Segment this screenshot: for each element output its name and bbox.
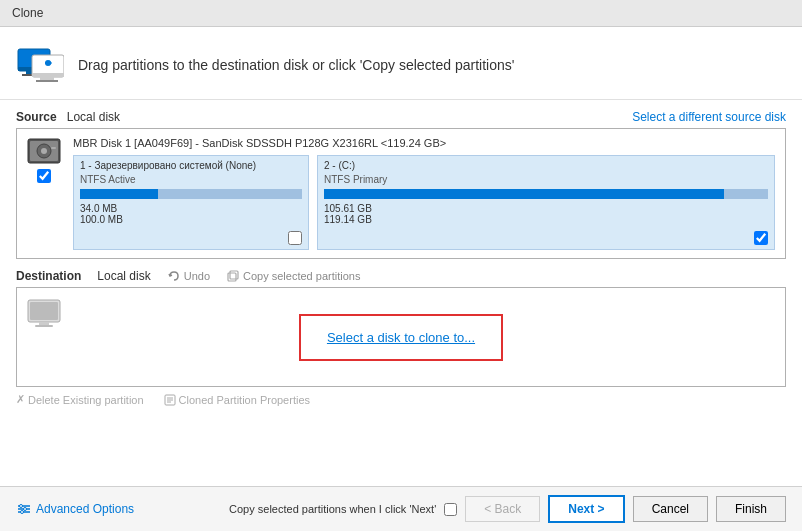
svg-point-12 [41,148,47,154]
svg-point-27 [20,505,23,508]
partition-1-type: NTFS Active [80,174,302,185]
svg-rect-15 [230,271,238,279]
dest-disk-box: Select a disk to clone to... [16,287,786,387]
title-label: Clone [12,6,43,20]
finish-button[interactable]: Finish [716,496,786,522]
source-checkbox[interactable] [37,169,51,183]
copy-next-label: Copy selected partitions when I click 'N… [229,503,457,516]
partition-2-sizes: 105.61 GB 119.14 GB [324,203,768,225]
partition-1-bar-bg [80,189,302,199]
svg-rect-7 [36,80,58,82]
back-button[interactable]: < Back [465,496,540,522]
disk-header: MBR Disk 1 [AA049F69] - SanDisk SDSSDH P… [73,137,775,149]
partition-2-bar-fill [324,189,724,199]
dest-label: Destination [16,269,81,283]
header-text: Drag partitions to the destination disk … [78,57,514,73]
dest-header: Destination Local disk Undo Copy selecte… [16,269,786,283]
source-sublabel: Local disk [67,110,120,124]
svg-point-28 [24,508,27,511]
select-disk-button[interactable]: Select a disk to clone to... [307,322,495,353]
header-section: Drag partitions to the destination disk … [0,27,802,100]
partition-1-bar-fill [80,189,158,199]
partition-2-type: NTFS Primary [324,174,768,185]
svg-rect-6 [40,77,54,80]
partition-2-checkbox[interactable] [754,231,768,245]
properties-icon [164,394,176,406]
svg-rect-18 [39,322,49,325]
copy-next-checkbox[interactable] [444,503,457,516]
copy-icon [226,269,240,283]
partition-1: 1 - Зарезервировано системой (None) NTFS… [73,155,309,250]
partition-1-title: 1 - Зарезервировано системой (None) [80,160,302,171]
partition-2-title: 2 - (C:) [324,160,768,171]
partition-1-sizes: 34.0 MB 100.0 MB [80,203,302,225]
undo-icon [167,269,181,283]
bottom-left: Advanced Options [16,501,134,517]
select-source-link[interactable]: Select a different source disk [632,110,786,124]
source-disk-content: MBR Disk 1 [AA049F69] - SanDisk SDSSDH P… [73,137,775,250]
cloned-partition-props-button[interactable]: Cloned Partition Properties [164,394,310,406]
svg-rect-13 [51,147,56,149]
svg-rect-5 [32,73,64,77]
source-disk-icon-area [27,137,61,183]
advanced-options-link[interactable]: Advanced Options [36,502,134,516]
dest-footer: ✗ Delete Existing partition Cloned Parti… [16,391,786,406]
clone-icon [16,41,64,89]
next-button[interactable]: Next > [548,495,624,523]
title-bar: Clone [0,0,802,27]
copy-partitions-button[interactable]: Copy selected partitions [226,269,360,283]
svg-rect-17 [30,302,58,320]
dest-sublabel: Local disk [97,269,150,283]
cancel-button[interactable]: Cancel [633,496,708,522]
dest-monitor-icon [27,298,61,333]
delete-partition-button[interactable]: ✗ Delete Existing partition [16,393,144,406]
partition-2: 2 - (C:) NTFS Primary 105.61 GB 119.14 G… [317,155,775,250]
advanced-options-icon [16,501,32,517]
bottom-bar: Advanced Options Copy selected partition… [0,486,802,531]
destination-section: Destination Local disk Undo Copy selecte… [16,269,786,406]
svg-rect-14 [228,273,236,281]
undo-button[interactable]: Undo [167,269,210,283]
partition-1-checkbox[interactable] [288,231,302,245]
svg-point-29 [21,511,24,514]
svg-rect-19 [35,325,53,327]
source-section: Source Local disk Select a different sou… [16,110,786,259]
hdd-icon [27,137,61,165]
partition-2-bar-bg [324,189,768,199]
source-label: Source [16,110,57,124]
bottom-right-area: Copy selected partitions when I click 'N… [134,495,786,523]
source-disk-box: MBR Disk 1 [AA049F69] - SanDisk SDSSDH P… [16,128,786,259]
